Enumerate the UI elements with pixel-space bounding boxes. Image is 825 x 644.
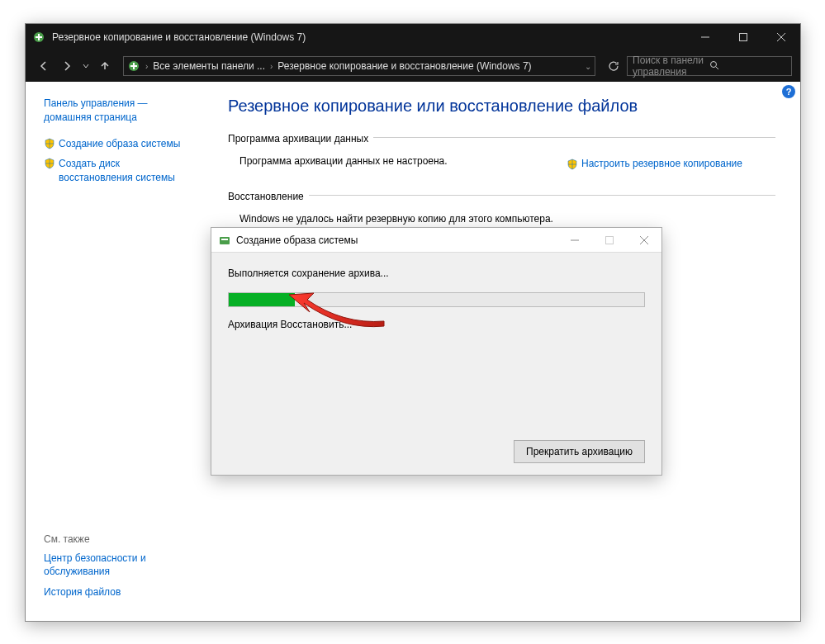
- stop-backup-button[interactable]: Прекратить архивацию: [514, 440, 645, 463]
- sidebar-create-image[interactable]: Создание образа системы: [44, 137, 195, 151]
- dialog-titlebar: Создание образа системы: [211, 228, 661, 253]
- system-image-dialog: Создание образа системы Выполняется сохр…: [211, 227, 662, 476]
- svg-rect-6: [606, 236, 614, 244]
- sidebar-item-label: Создание образа системы: [59, 137, 180, 151]
- breadcrumb-part[interactable]: Все элементы панели ...: [153, 60, 265, 72]
- page-title: Резервное копирование или восстановление…: [228, 97, 775, 116]
- dialog-maximize-button: [592, 228, 627, 253]
- chevron-right-icon: ›: [145, 62, 148, 71]
- config-link-label: Настроить резервное копирование: [581, 158, 742, 169]
- dialog-close-button[interactable]: [627, 228, 661, 253]
- maximize-button[interactable]: [724, 24, 762, 50]
- addressbar: › Все элементы панели ... › Резервное ко…: [26, 50, 800, 82]
- restore-status-text: Windows не удалось найти резервную копию…: [228, 213, 775, 225]
- address-field[interactable]: › Все элементы панели ... › Резервное ко…: [123, 56, 595, 76]
- progress-fill: [229, 293, 295, 306]
- backup-status-text: Программа архивации данных не настроена.: [239, 155, 448, 167]
- shield-icon: [44, 158, 55, 169]
- dialog-heading: Выполняется сохранение архива...: [228, 268, 645, 279]
- close-button[interactable]: [762, 24, 800, 50]
- sidebar: Панель управления — домашняя страница Со…: [26, 82, 203, 621]
- sidebar-home-link[interactable]: Панель управления — домашняя страница: [44, 97, 195, 125]
- minimize-button[interactable]: [686, 24, 724, 50]
- see-also-section: См. также Центр безопасности и обслужива…: [44, 533, 195, 606]
- cp-icon: [127, 59, 140, 73]
- chevron-right-icon: ›: [270, 62, 273, 71]
- shield-icon: [567, 159, 578, 170]
- svg-rect-5: [221, 239, 228, 240]
- search-icon[interactable]: [709, 60, 786, 73]
- window-controls: [686, 24, 800, 50]
- dialog-body: Выполняется сохранение архива... Архивац…: [211, 253, 661, 475]
- svg-rect-1: [740, 34, 747, 41]
- up-button[interactable]: [95, 56, 115, 76]
- search-input[interactable]: Поиск в панели управления: [627, 56, 792, 76]
- dialog-icon: [218, 234, 231, 247]
- svg-point-3: [711, 61, 717, 67]
- search-placeholder: Поиск в панели управления: [633, 54, 709, 78]
- see-also-label: См. также: [44, 533, 195, 545]
- back-button[interactable]: [34, 56, 54, 76]
- dialog-title: Создание образа системы: [236, 234, 557, 246]
- sidebar-create-disk[interactable]: Создать диск восстановления системы: [44, 157, 195, 185]
- window-title: Резервное копирование и восстановление (…: [52, 31, 686, 43]
- forward-button[interactable]: [57, 56, 77, 76]
- help-icon[interactable]: ?: [782, 85, 795, 98]
- refresh-button[interactable]: [604, 56, 623, 76]
- group-label: Программа архивации данных: [228, 133, 373, 144]
- breadcrumb-part[interactable]: Резервное копирование и восстановление (…: [277, 60, 531, 72]
- dialog-minimize-button[interactable]: [557, 228, 592, 253]
- svg-rect-4: [220, 237, 230, 244]
- configure-backup-link[interactable]: Настроить резервное копирование: [567, 158, 742, 170]
- backup-group: Программа архивации данных: [228, 130, 775, 145]
- dialog-controls: [557, 228, 661, 253]
- restore-group: Восстановление: [228, 188, 775, 203]
- group-label: Восстановление: [228, 191, 309, 202]
- sidebar-item-label: Создать диск восстановления системы: [59, 157, 195, 185]
- shield-icon: [44, 138, 55, 149]
- sidebar-security-link[interactable]: Центр безопасности и обслуживания: [44, 552, 195, 580]
- progress-bar: [228, 292, 645, 307]
- sidebar-history-link[interactable]: История файлов: [44, 585, 195, 599]
- recent-dropdown[interactable]: [80, 56, 92, 76]
- titlebar: Резервное копирование и восстановление (…: [26, 24, 800, 50]
- chevron-down-icon[interactable]: ⌄: [585, 62, 591, 71]
- progress-status-text: Архивация Восстановить...: [228, 319, 645, 330]
- app-icon: [32, 31, 45, 44]
